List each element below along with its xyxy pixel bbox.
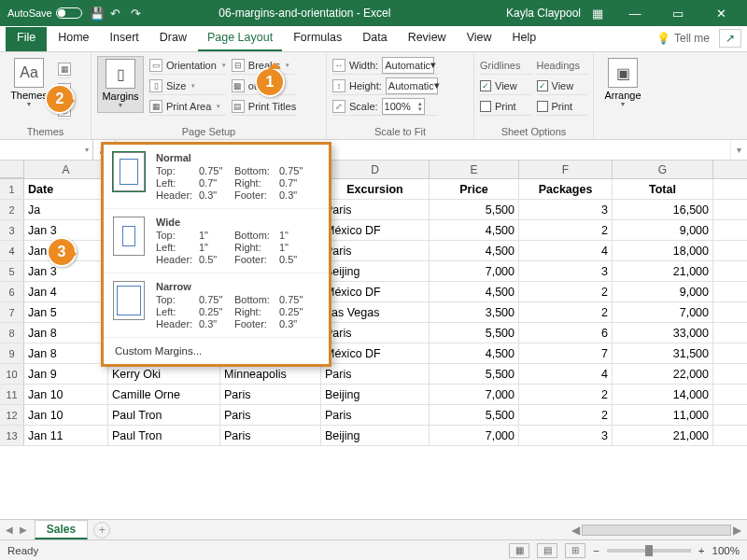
colors-button[interactable]: ▦: [58, 60, 71, 78]
cell[interactable]: México DF: [321, 282, 430, 301]
cell[interactable]: 7,000: [613, 302, 713, 322]
maximize-button[interactable]: ▭: [659, 7, 697, 21]
cell[interactable]: 7: [519, 343, 613, 363]
cell[interactable]: 7,000: [430, 261, 519, 281]
cell[interactable]: 21,000: [613, 261, 713, 281]
row-header[interactable]: 13: [0, 426, 24, 445]
cell[interactable]: Kerry Oki: [108, 364, 220, 384]
cell[interactable]: 3: [519, 426, 613, 445]
cell[interactable]: Paris: [220, 405, 321, 425]
pagelayout-view-button[interactable]: ▤: [537, 543, 557, 558]
cell[interactable]: Total: [613, 179, 713, 199]
cell[interactable]: 4,500: [430, 241, 519, 260]
margins-option-narrow[interactable]: Narrow Top:0.75"Bottom:0.75" Left:0.25"R…: [104, 273, 329, 338]
row-header[interactable]: 9: [0, 343, 24, 363]
orientation-button[interactable]: ▭Orientation: [149, 56, 226, 75]
cell[interactable]: 6: [519, 323, 613, 343]
cell[interactable]: 21,000: [613, 426, 713, 445]
tell-me-search[interactable]: 💡 Tell me: [656, 32, 710, 45]
row-header[interactable]: 7: [0, 302, 24, 322]
headings-print-check[interactable]: Print: [537, 97, 588, 116]
cell[interactable]: México DF: [321, 343, 430, 363]
cell[interactable]: Jan 5: [24, 302, 108, 322]
col-header-D[interactable]: D: [321, 161, 430, 178]
cell[interactable]: 4: [519, 241, 613, 260]
ribbon-options-icon[interactable]: ▦: [592, 7, 605, 21]
cell[interactable]: Paul Tron: [108, 426, 220, 445]
gridlines-view-check[interactable]: View: [480, 77, 531, 95]
row-header[interactable]: 5: [0, 261, 24, 281]
cell[interactable]: Beijing: [321, 261, 430, 281]
cell[interactable]: Beijing: [321, 426, 430, 445]
cell[interactable]: Paris: [220, 426, 321, 445]
tab-formulas[interactable]: Formulas: [284, 27, 351, 51]
tab-insert[interactable]: Insert: [101, 27, 148, 51]
tab-pagelayout[interactable]: Page Layout: [198, 27, 282, 51]
cell[interactable]: 18,000: [613, 241, 713, 260]
undo-icon[interactable]: ↶: [110, 7, 123, 21]
col-header-G[interactable]: G: [613, 161, 713, 178]
row-header[interactable]: 11: [0, 385, 24, 404]
cell[interactable]: 7,000: [430, 426, 519, 445]
cell[interactable]: Jan 10: [24, 385, 108, 404]
zoom-slider[interactable]: [607, 549, 691, 553]
scroll-left-button[interactable]: ◀: [571, 524, 580, 537]
cell[interactable]: Date: [24, 179, 108, 199]
row-header[interactable]: 8: [0, 323, 24, 343]
tab-data[interactable]: Data: [353, 27, 396, 51]
cell[interactable]: Paris: [321, 241, 430, 260]
cell[interactable]: Beijing: [321, 385, 430, 404]
cell[interactable]: Price: [430, 179, 519, 199]
cell[interactable]: 3: [519, 200, 613, 219]
col-header-F[interactable]: F: [519, 161, 613, 178]
cell[interactable]: Paris: [220, 385, 321, 404]
margins-option-wide[interactable]: Wide Top:1"Bottom:1" Left:1"Right:1" Hea…: [104, 209, 329, 273]
cell[interactable]: 4: [519, 364, 613, 384]
tab-draw[interactable]: Draw: [150, 27, 196, 51]
cell[interactable]: 2: [519, 220, 613, 240]
horizontal-scrollbar[interactable]: [582, 525, 731, 536]
cell[interactable]: 14,000: [613, 385, 713, 404]
cell[interactable]: 5,500: [430, 405, 519, 425]
cell[interactable]: 2: [519, 385, 613, 404]
cell[interactable]: Paris: [321, 364, 430, 384]
cell[interactable]: 2: [519, 405, 613, 425]
cell[interactable]: Jan 8: [24, 343, 108, 363]
cell[interactable]: 9,000: [613, 220, 713, 240]
cell[interactable]: Paris: [321, 200, 430, 219]
row-header[interactable]: 4: [0, 241, 24, 260]
gridlines-print-check[interactable]: Print: [480, 97, 531, 116]
cell[interactable]: 11,000: [613, 405, 713, 425]
cell[interactable]: Jan 11: [24, 426, 108, 445]
tab-view[interactable]: View: [458, 27, 501, 51]
col-header-E[interactable]: E: [430, 161, 519, 178]
cell[interactable]: Minneapolis: [220, 364, 321, 384]
cell[interactable]: 2: [519, 282, 613, 301]
printtitles-button[interactable]: ▤Print Titles: [232, 97, 296, 116]
height-select[interactable]: Automatic▾: [386, 77, 438, 94]
width-select[interactable]: Automatic▾: [382, 57, 434, 74]
margins-button[interactable]: ▯ Margins: [97, 56, 144, 113]
cell[interactable]: Las Vegas: [321, 302, 430, 322]
expand-formulabar-button[interactable]: ▾: [730, 140, 747, 160]
cell[interactable]: 5,500: [430, 323, 519, 343]
tab-file[interactable]: File: [6, 27, 47, 51]
margins-option-normal[interactable]: Normal Top:0.75"Bottom:0.75" Left:0.7"Ri…: [104, 145, 329, 209]
name-box[interactable]: ▾: [0, 140, 93, 160]
autosave-toggle[interactable]: AutoSave: [7, 7, 82, 19]
redo-icon[interactable]: ↷: [131, 7, 144, 21]
cell[interactable]: 31,500: [613, 343, 713, 363]
cell[interactable]: Paris: [321, 405, 430, 425]
close-button[interactable]: ✕: [702, 7, 740, 21]
zoom-level[interactable]: 100%: [712, 545, 740, 556]
cell[interactable]: Paul Tron: [108, 405, 220, 425]
cell[interactable]: 5,500: [430, 364, 519, 384]
cell[interactable]: 9,000: [613, 282, 713, 301]
zoom-out-button[interactable]: −: [593, 545, 599, 556]
arrange-button[interactable]: ▣ Arrange: [599, 56, 646, 111]
scale-input[interactable]: 100%▴▾: [382, 98, 425, 115]
row-header[interactable]: 1: [0, 179, 24, 199]
row-header[interactable]: 10: [0, 364, 24, 384]
cell[interactable]: Paris: [321, 323, 430, 343]
sheet-tab-sales[interactable]: Sales: [35, 520, 88, 539]
